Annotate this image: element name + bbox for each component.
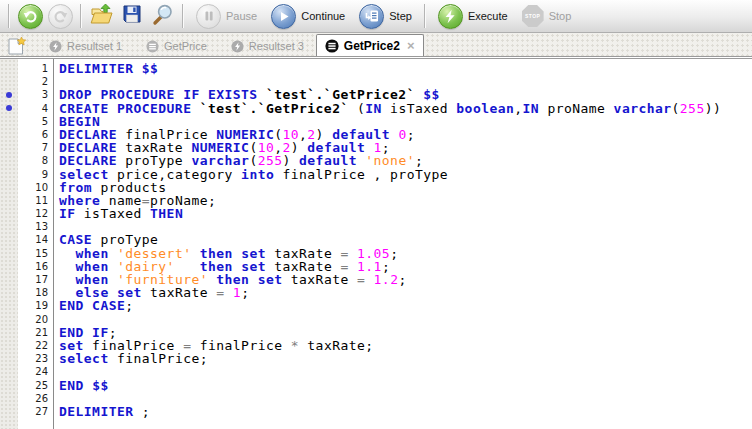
pause-button: Pause [189, 2, 264, 30]
redo-arrow-icon [48, 4, 73, 29]
code-text: END $$ [54, 379, 109, 392]
lightning-icon [438, 4, 463, 29]
line-number: 23 [18, 352, 54, 365]
sql-code-editor[interactable]: 1DELIMITER $$23DROP PROCEDURE IF EXISTS … [0, 59, 752, 429]
breakpoint-cell[interactable] [0, 141, 18, 154]
tab-getprice[interactable]: GetPrice [134, 36, 219, 56]
stop-label: Stop [549, 10, 572, 22]
breakpoint-cell[interactable] [0, 405, 18, 418]
resultset-icon [49, 40, 62, 53]
line-number: 18 [18, 286, 54, 299]
line-number: 1 [18, 62, 54, 75]
breakpoint-cell[interactable] [0, 365, 18, 378]
breakpoint-cell[interactable] [0, 339, 18, 352]
code-line[interactable]: 19END CASE; [0, 299, 752, 312]
code-text: IF isTaxed THEN [54, 207, 183, 220]
breakpoint-cell[interactable] [0, 115, 18, 128]
line-number: 8 [18, 154, 54, 167]
code-line[interactable]: 27DELIMITER ; [0, 405, 752, 418]
code-line[interactable]: 24 [0, 365, 752, 378]
tab-getprice2-active[interactable]: GetPrice2 × [316, 34, 424, 56]
tab-resultset-3[interactable]: Resultset 3 [219, 36, 316, 56]
line-number: 21 [18, 326, 54, 339]
code-line[interactable]: 23select finalPrice; [0, 352, 752, 365]
line-number: 14 [18, 233, 54, 246]
pause-icon [196, 4, 221, 29]
breakpoint-cell[interactable] [0, 168, 18, 181]
code-text: CREATE PROCEDURE `test`.`GetPrice2` (IN … [54, 102, 721, 115]
line-number: 9 [18, 168, 54, 181]
line-number: 27 [18, 405, 54, 418]
code-text: DELIMITER ; [54, 405, 150, 418]
breakpoint-cell[interactable] [0, 220, 18, 233]
code-line[interactable]: 12IF isTaxed THEN [0, 207, 752, 220]
continue-button[interactable]: Continue [264, 2, 352, 30]
magnifier-icon [151, 3, 174, 30]
line-number: 11 [18, 194, 54, 207]
line-number: 24 [18, 365, 54, 378]
undo-button[interactable] [15, 2, 45, 30]
tab-label: GetPrice2 [344, 39, 400, 53]
execute-button[interactable]: Execute [431, 2, 515, 30]
execute-label: Execute [468, 10, 508, 22]
code-line[interactable]: 4CREATE PROCEDURE `test`.`GetPrice2` (IN… [0, 102, 752, 115]
breakpoint-cell[interactable] [0, 313, 18, 326]
breakpoint-cell[interactable] [0, 392, 18, 405]
breakpoint-cell[interactable] [0, 62, 18, 75]
procedure-icon [146, 40, 159, 53]
breakpoint-cell[interactable] [0, 379, 18, 392]
step-label: Step [389, 10, 412, 22]
breakpoint-cell[interactable] [0, 286, 18, 299]
line-number: 26 [18, 392, 54, 405]
toolbar-separator [424, 4, 426, 28]
undo-arrow-icon [18, 4, 43, 29]
line-number: 20 [18, 313, 54, 326]
breakpoint-cell[interactable] [0, 207, 18, 220]
step-button[interactable]: Step [352, 2, 419, 30]
tab-resultset-1[interactable]: Resultset 1 [37, 36, 134, 56]
code-lines: 1DELIMITER $$23DROP PROCEDURE IF EXISTS … [0, 62, 752, 418]
breakpoint-cell[interactable] [0, 102, 18, 115]
tab-label: Resultset 1 [67, 40, 122, 52]
line-number: 6 [18, 128, 54, 141]
code-line[interactable]: 1DELIMITER $$ [0, 62, 752, 75]
line-number: 25 [18, 379, 54, 392]
breakpoint-cell[interactable] [0, 194, 18, 207]
breakpoint-cell[interactable] [0, 128, 18, 141]
new-script-button[interactable] [3, 36, 29, 56]
open-file-button[interactable] [87, 2, 117, 30]
breakpoint-cell[interactable] [0, 352, 18, 365]
pause-label: Pause [226, 10, 257, 22]
code-text: select finalPrice; [54, 352, 208, 365]
tab-label: Resultset 3 [249, 40, 304, 52]
breakpoint-cell[interactable] [0, 299, 18, 312]
breakpoint-cell[interactable] [0, 88, 18, 101]
close-tab-icon[interactable]: × [407, 39, 415, 52]
line-number: 10 [18, 181, 54, 194]
breakpoint-cell[interactable] [0, 247, 18, 260]
line-number: 3 [18, 88, 54, 101]
new-script-icon [6, 36, 27, 56]
line-number: 2 [18, 75, 54, 88]
code-line[interactable]: 25END $$ [0, 379, 752, 392]
breakpoint-cell[interactable] [0, 273, 18, 286]
tab-bar: Resultset 1 GetPrice Resultset 3 GetPric… [0, 33, 752, 56]
breakpoint-cell[interactable] [0, 154, 18, 167]
toolbar-separator [182, 4, 184, 28]
search-button[interactable] [147, 2, 177, 30]
tab-label: GetPrice [164, 40, 207, 52]
save-button[interactable] [117, 2, 147, 30]
continue-label: Continue [301, 10, 345, 22]
breakpoint-cell[interactable] [0, 233, 18, 246]
step-into-icon [359, 4, 384, 29]
breakpoint-cell[interactable] [0, 326, 18, 339]
line-number: 19 [18, 299, 54, 312]
procedure-icon [325, 39, 339, 53]
play-icon [271, 4, 296, 29]
line-number: 12 [18, 207, 54, 220]
breakpoint-cell[interactable] [0, 260, 18, 273]
breakpoint-cell[interactable] [0, 75, 18, 88]
stop-sign-icon: STOP [522, 5, 544, 27]
breakpoint-cell[interactable] [0, 181, 18, 194]
line-number: 16 [18, 260, 54, 273]
